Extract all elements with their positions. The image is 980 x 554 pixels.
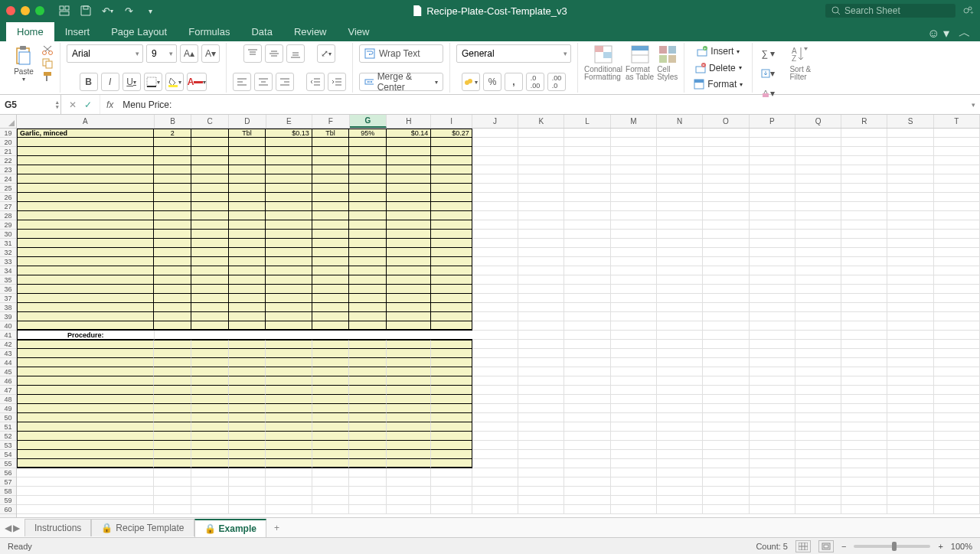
cell-I48[interactable] — [431, 395, 472, 404]
cell-C56[interactable] — [191, 468, 229, 477]
cell-H52[interactable] — [387, 432, 431, 441]
column-header-I[interactable]: I — [431, 115, 472, 128]
cell-I50[interactable] — [431, 413, 472, 422]
cell-N37[interactable] — [657, 294, 703, 303]
cell-I31[interactable] — [431, 239, 472, 248]
cell-T23[interactable] — [934, 165, 980, 174]
cell-I34[interactable] — [431, 266, 472, 275]
cell-M31[interactable] — [611, 239, 657, 248]
cell-P53[interactable] — [750, 441, 795, 450]
row-header-56[interactable]: 56 — [0, 468, 16, 477]
cell-H44[interactable] — [387, 358, 431, 367]
cell-H45[interactable] — [387, 367, 431, 376]
cell-J42[interactable] — [472, 340, 518, 349]
cell-D19[interactable]: Tbl — [229, 129, 266, 138]
cell-G32[interactable] — [349, 248, 387, 257]
cell-K50[interactable] — [518, 413, 564, 422]
cell-T55[interactable] — [934, 459, 980, 468]
cell-L35[interactable] — [564, 275, 610, 285]
cell-Q53[interactable] — [795, 441, 841, 450]
cell-H25[interactable] — [387, 184, 431, 193]
cell-P51[interactable] — [750, 422, 795, 432]
cell-S46[interactable] — [887, 376, 933, 386]
cell-L44[interactable] — [564, 358, 610, 367]
cell-L33[interactable] — [564, 257, 610, 266]
cell-A37[interactable] — [17, 294, 154, 303]
cell-B42[interactable] — [154, 340, 191, 349]
cell-I36[interactable] — [431, 285, 472, 294]
cell-N38[interactable] — [657, 303, 703, 312]
column-header-G[interactable]: G — [350, 115, 387, 128]
row-header-21[interactable]: 21 — [0, 147, 16, 156]
align-top-button[interactable] — [243, 44, 262, 63]
cell-styles-button[interactable]: CellStyles — [657, 44, 678, 81]
cell-O48[interactable] — [703, 395, 749, 404]
cell-B34[interactable] — [154, 266, 191, 275]
cell-H41[interactable] — [387, 331, 431, 340]
cell-T40[interactable] — [934, 321, 980, 331]
cell-T22[interactable] — [934, 156, 980, 165]
cell-C32[interactable] — [191, 248, 229, 257]
cell-O39[interactable] — [703, 312, 749, 321]
cell-B19[interactable]: 2 — [154, 129, 191, 138]
cell-K47[interactable] — [518, 386, 564, 395]
cell-N60[interactable] — [657, 505, 703, 514]
cell-C31[interactable] — [191, 239, 229, 248]
cell-E36[interactable] — [266, 285, 312, 294]
cell-A57[interactable] — [17, 477, 154, 487]
cell-J45[interactable] — [472, 367, 518, 376]
cell-N50[interactable] — [657, 413, 703, 422]
row-header-53[interactable]: 53 — [0, 441, 16, 450]
cell-S56[interactable] — [887, 468, 933, 477]
cell-F28[interactable] — [312, 211, 350, 220]
cell-S20[interactable] — [887, 138, 933, 147]
cell-T32[interactable] — [934, 248, 980, 257]
cell-C58[interactable] — [191, 487, 229, 496]
zoom-out-button[interactable]: − — [841, 542, 846, 551]
cell-J59[interactable] — [472, 496, 518, 505]
cell-O29[interactable] — [703, 220, 749, 230]
align-center-button[interactable] — [254, 73, 273, 91]
cell-L52[interactable] — [564, 432, 610, 441]
cell-E37[interactable] — [266, 294, 312, 303]
cell-Q39[interactable] — [795, 312, 841, 321]
cell-K51[interactable] — [518, 422, 564, 432]
tab-data[interactable]: Data — [240, 22, 283, 41]
tab-view[interactable]: View — [338, 22, 381, 41]
cell-R37[interactable] — [841, 294, 887, 303]
cell-I55[interactable] — [431, 459, 472, 468]
cell-A44[interactable] — [17, 358, 154, 367]
cell-H60[interactable] — [387, 505, 431, 514]
cell-M19[interactable] — [611, 129, 657, 138]
row-header-24[interactable]: 24 — [0, 174, 16, 184]
row-header-59[interactable]: 59 — [0, 496, 16, 505]
cell-F49[interactable] — [312, 404, 350, 413]
cell-T45[interactable] — [934, 367, 980, 376]
cell-R19[interactable] — [841, 129, 887, 138]
row-header-49[interactable]: 49 — [0, 404, 16, 413]
cell-B46[interactable] — [154, 376, 191, 386]
cell-F50[interactable] — [312, 413, 350, 422]
cell-F51[interactable] — [312, 422, 350, 432]
cell-K27[interactable] — [518, 202, 564, 211]
search-sheet-input[interactable]: Search Sheet — [825, 4, 956, 18]
cell-J32[interactable] — [472, 248, 518, 257]
cell-A59[interactable] — [17, 496, 154, 505]
cell-S32[interactable] — [887, 248, 933, 257]
cell-F39[interactable] — [312, 312, 350, 321]
cell-B47[interactable] — [154, 386, 191, 395]
cell-O51[interactable] — [703, 422, 749, 432]
cell-P20[interactable] — [750, 138, 795, 147]
decrease-decimal-button[interactable]: .00.0 — [547, 73, 566, 91]
cell-R32[interactable] — [841, 248, 887, 257]
cell-C54[interactable] — [191, 450, 229, 459]
cell-T54[interactable] — [934, 450, 980, 459]
cell-I60[interactable] — [431, 505, 472, 514]
cell-T36[interactable] — [934, 285, 980, 294]
cell-Q43[interactable] — [795, 349, 841, 358]
cell-A28[interactable] — [17, 211, 154, 220]
share-icon[interactable]: + — [962, 5, 974, 17]
cell-S27[interactable] — [887, 202, 933, 211]
cell-O59[interactable] — [703, 496, 749, 505]
cell-J41[interactable] — [472, 331, 518, 340]
